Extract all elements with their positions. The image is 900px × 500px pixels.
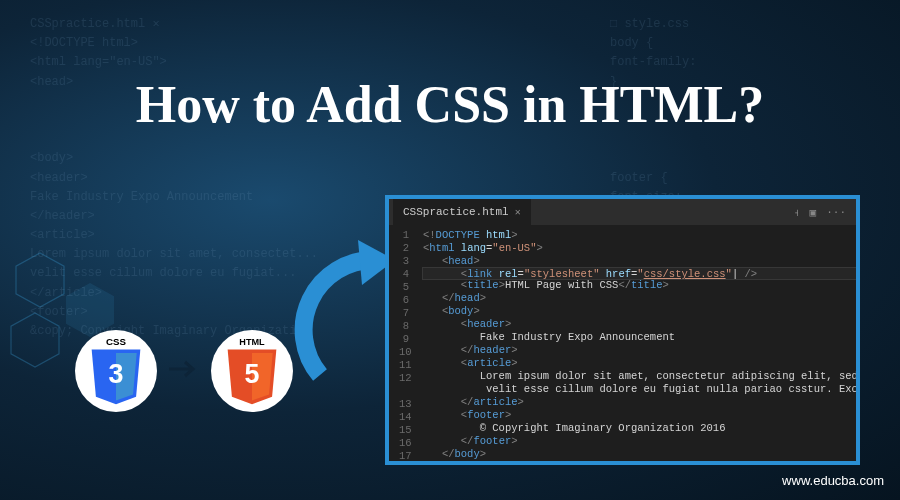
line-number-gutter: 123456789101112131415161718 [389, 225, 417, 461]
svg-text:HTML: HTML [239, 337, 265, 347]
page-title: How to Add CSS in HTML? [0, 75, 900, 134]
arrow-right-icon [169, 358, 199, 385]
more-actions-icon[interactable]: ··· [826, 206, 846, 219]
preview-icon[interactable]: ▣ [810, 206, 817, 219]
svg-marker-0 [16, 253, 64, 307]
code-content[interactable]: <!DOCTYPE html><html lang="en-US"> <head… [417, 225, 856, 461]
tech-badges: CSS 3 HTML 5 [75, 330, 293, 412]
hexagon-decoration [5, 310, 65, 370]
editor-actions: ⫞ ▣ ··· [794, 206, 852, 219]
editor-body[interactable]: 123456789101112131415161718 <!DOCTYPE ht… [389, 225, 856, 461]
editor-tab-bar: CSSpractice.html ✕ ⫞ ▣ ··· [389, 199, 856, 225]
tab-filename: CSSpractice.html [403, 206, 509, 218]
code-editor-window: CSSpractice.html ✕ ⫞ ▣ ··· 1234567891011… [385, 195, 860, 465]
editor-tab[interactable]: CSSpractice.html ✕ [393, 199, 531, 225]
close-icon[interactable]: ✕ [515, 206, 521, 218]
svg-text:CSS: CSS [106, 336, 127, 347]
css3-badge: CSS 3 [75, 330, 157, 412]
svg-marker-1 [66, 283, 114, 337]
watermark: www.educba.com [782, 473, 884, 488]
svg-text:5: 5 [245, 359, 260, 389]
split-editor-icon[interactable]: ⫞ [794, 206, 800, 219]
svg-marker-2 [11, 313, 59, 367]
svg-text:3: 3 [109, 359, 124, 389]
